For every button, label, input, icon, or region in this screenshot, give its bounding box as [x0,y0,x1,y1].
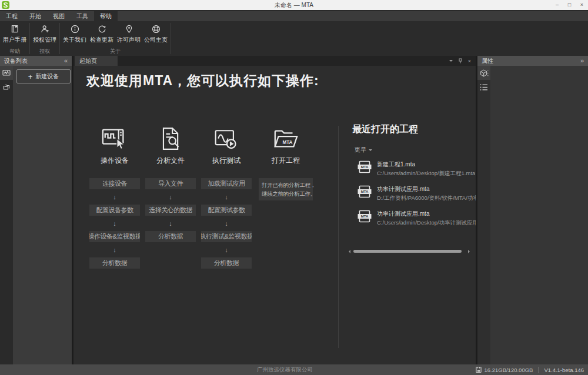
mta-file-icon: MTA [357,160,372,173]
flow-steps: 加载测试应用 ↓ 配置测试参数 ↓ 执行测试&监视数据 ↓ 分析数据 [201,178,252,269]
info-icon [70,24,80,34]
column-open-project: MTA 打开工程 打开已有的分析工程， 继续之前的分析工作。 [259,125,313,200]
project-path: C:/Users/admin/Desktop/功率计测试应用.mta [377,219,476,227]
company-name: 广州致远仪器有限公司 [257,366,313,374]
tab-start-page[interactable]: 起始页 [75,56,118,66]
flow-step-button[interactable]: 分析数据 [201,257,252,269]
license-user-icon [40,24,50,34]
welcome-heading: 欢迎使用MTA，您可以执行如下操作: [86,72,319,90]
recent-filter-dropdown[interactable]: 更早 [355,146,476,154]
new-device-button[interactable]: + 新建设备 [16,69,71,83]
chevron-down-icon [369,149,372,153]
recent-project-item[interactable]: MTA 功率计测试应用.mta D:/工作资料/PA6000/资料/软件/MTA… [357,185,476,202]
menu-bar: 工程 开始 视图 工具 帮助 [0,10,588,21]
flow-step-button[interactable]: 配置设备参数 [89,205,140,216]
device-list-icon[interactable] [0,66,13,80]
ribbon-button-label: 许可声明 [117,36,141,44]
license-manage-button[interactable]: 授权管理 [31,24,58,44]
pin-icon [124,24,134,34]
ribbon-button-label: 公司主页 [144,36,168,44]
analyze-file-icon[interactable] [158,125,183,153]
flow-step-button[interactable]: 选择关心的数据 [145,205,196,216]
refresh-icon [97,24,107,34]
close-button[interactable]: × [576,0,588,10]
scrollbar-track[interactable] [352,250,466,253]
expand-panel-icon[interactable]: » [580,56,584,66]
column-operate-device: 操作设备 连接设备 ↓ 配置设备参数 ↓ 操作设备&监视数据 ↓ 分析数据 [89,125,140,269]
menu-tab-start[interactable]: 开始 [24,11,47,21]
flow-step-button[interactable]: 连接设备 [89,178,140,189]
menu-tab-help[interactable]: 帮助 [94,11,118,21]
flow-arrow-icon: ↓ [169,216,172,231]
device-group-icon[interactable] [0,80,13,94]
recent-projects-list: MTA 新建工程1.mta C:/Users/admin/Desktop/新建工… [357,160,476,227]
flow-step-button[interactable]: 配置测试参数 [201,205,252,216]
scrollbar-thumb[interactable] [353,250,462,253]
svg-text:MTA: MTA [361,165,369,169]
about-us-button[interactable]: 关于我们 [61,24,88,44]
properties-toolstrip [477,66,490,364]
ribbon-group-label: 帮助 [1,48,28,56]
flow-step-button[interactable]: 执行测试&监视数据 [201,231,252,242]
menu-tab-view[interactable]: 视图 [47,11,71,21]
plus-icon: + [28,73,33,81]
float-pin-icon[interactable] [458,58,463,63]
flow-arrow-icon: ↓ [225,189,228,205]
scroll-left-icon[interactable] [347,250,350,253]
object-cube-icon[interactable] [477,66,490,80]
start-page: 欢迎使用MTA，您可以执行如下操作: 操作设备 连接设备 ↓ [74,66,476,364]
ribbon-separator [171,23,171,54]
properties-header: 属性 » [477,56,588,66]
disk-icon [476,366,482,373]
new-device-label: 新建设备 [35,72,59,81]
property-list-icon[interactable] [477,80,490,94]
project-path: D:/工作资料/PA6000/资料/软件/MTA/功率计测试应用.mta [377,195,476,202]
workspace: 设备列表 « + [0,56,588,364]
svg-text:MTA: MTA [361,190,369,193]
version-text: V1.4.1-beta.146 [544,367,584,373]
minimize-button[interactable]: – [551,0,563,10]
recent-project-item[interactable]: MTA 功率计测试应用.mta C:/Users/admin/Desktop/功… [357,210,476,227]
flow-arrow-icon: ↓ [113,242,116,257]
mta-file-icon: MTA [357,185,372,198]
storage-text: 16.21GB/120.00GB [484,367,533,373]
tab-close-icon[interactable]: × [468,58,471,64]
ribbon-group-help: 用户手册 帮助 [0,21,29,56]
ribbon-button-label: 授权管理 [33,36,56,44]
column-title: 打开工程 [272,156,300,166]
ribbon-group-license: 授权管理 授权 [30,21,59,56]
flow-step-button[interactable]: 分析数据 [145,231,196,242]
horizontal-scrollbar[interactable] [347,249,472,254]
tab-list-dropdown-icon[interactable] [449,60,453,63]
flow-step-button[interactable]: 分析数据 [89,257,140,269]
scroll-right-icon[interactable] [468,250,472,253]
license-statement-button[interactable]: 许可声明 [115,24,142,44]
menu-tab-project[interactable]: 工程 [0,11,24,21]
tab-strip-controls: × [449,56,476,66]
run-test-icon[interactable] [213,125,239,153]
ribbon-group-label: 关于 [61,48,169,56]
maximize-button[interactable]: □ [563,0,576,10]
project-path: C:/Users/admin/Desktop/新建工程1.mta [377,170,475,178]
collapse-panel-icon[interactable]: « [64,56,68,66]
operate-device-icon[interactable] [101,125,128,153]
check-update-button[interactable]: 检查更新 [88,24,115,44]
column-run-test: 执行测试 加载测试应用 ↓ 配置测试参数 ↓ 执行测试&监视数据 ↓ 分析数据 [201,125,252,269]
ribbon-button-label: 检查更新 [90,36,113,44]
document-tab-strip: 起始页 × [74,56,476,66]
flow-arrow-icon: ↓ [225,216,228,231]
user-manual-button[interactable]: 用户手册 [1,24,28,44]
mta-file-icon: MTA [357,210,372,223]
flow-step-button[interactable]: 操作设备&监视数据 [89,231,140,242]
company-homepage-button[interactable]: 公司主页 [142,24,169,44]
statusbar-separator [538,367,539,373]
flow-step-button[interactable]: 加载测试应用 [201,178,252,189]
open-project-description[interactable]: 打开已有的分析工程， 继续之前的分析工作。 [259,178,313,200]
flow-step-button[interactable]: 导入文件 [145,178,196,189]
recent-project-item[interactable]: MTA 新建工程1.mta C:/Users/admin/Desktop/新建工… [357,160,476,178]
properties-content [490,66,588,364]
recent-projects-section: 最近打开的工程 更早 MTA [350,123,476,364]
open-project-icon[interactable]: MTA [272,125,299,153]
menu-tab-tools[interactable]: 工具 [71,11,94,21]
ribbon-group-about: 关于我们 检查更新 许可声明 [60,21,171,56]
